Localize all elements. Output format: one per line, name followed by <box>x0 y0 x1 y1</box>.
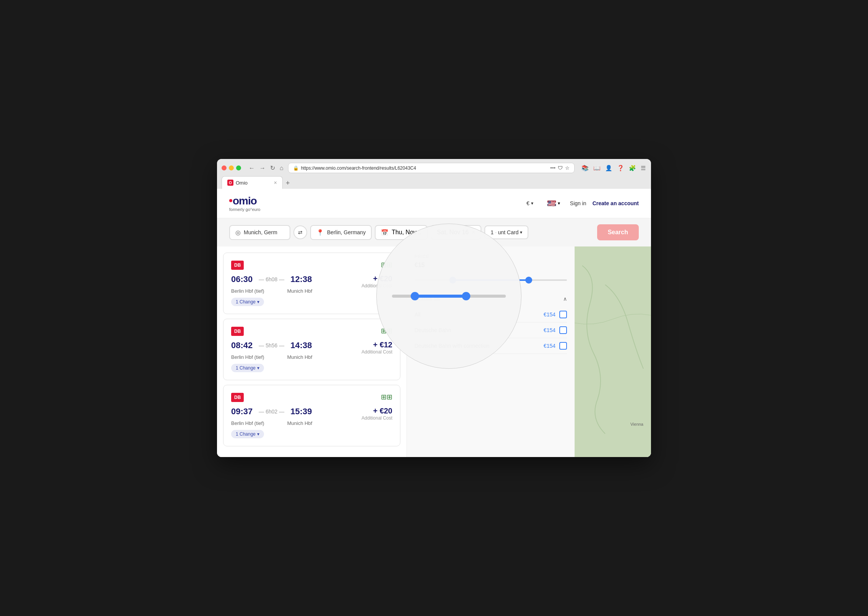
train-price: €154 <box>544 343 555 349</box>
menu-button[interactable]: ☰ <box>640 164 646 172</box>
destination-icon: 📍 <box>316 229 324 236</box>
help-button[interactable]: ❓ <box>616 164 625 172</box>
slider-thumb-right[interactable] <box>525 277 532 284</box>
reader-button[interactable]: 📖 <box>593 164 601 172</box>
bookmarks-button[interactable]: 📚 <box>581 164 589 172</box>
route-info: 06:30 — 6h08 — 12:38 <box>231 274 312 284</box>
active-tab[interactable]: O Omio × <box>222 176 283 189</box>
destination-field[interactable]: 📍 Berlin, Germany <box>310 225 372 240</box>
route-info: 08:42 — 5h56 — 14:38 <box>231 340 312 350</box>
depart-time: 09:37 <box>231 407 253 417</box>
arrive-time: 14:38 <box>290 340 312 350</box>
train-checkbox[interactable] <box>559 342 567 350</box>
train-option-right: €154 <box>544 326 567 334</box>
change-text: 1 Change <box>236 365 256 371</box>
filter-panel: PRICE €15 TRAINS ES <box>406 246 575 457</box>
change-chevron-icon: ▾ <box>257 431 259 437</box>
address-bar[interactable]: 🔒 https://www.omio.com/search-frontend/r… <box>288 163 575 173</box>
logo-text: omio <box>229 195 260 207</box>
map-svg <box>575 246 651 438</box>
result-card: DB ⊞⊞ 08:42 — 5h56 — 14:38 Berlin Hbf (t… <box>223 319 400 380</box>
minimize-traffic-light[interactable] <box>229 165 234 170</box>
train-price: €154 <box>544 311 555 318</box>
origin-text: Munich, Germ <box>244 229 277 235</box>
more-options-icon: ••• <box>550 165 555 171</box>
flag-icon: 🇺🇸 <box>547 200 556 206</box>
circle-thumb-left[interactable] <box>411 292 419 300</box>
currency-symbol: € <box>526 200 530 206</box>
train-checkbox[interactable] <box>559 326 567 334</box>
forward-button[interactable]: → <box>258 164 267 172</box>
tab-close-button[interactable]: × <box>274 180 277 186</box>
close-traffic-light[interactable] <box>222 165 227 170</box>
change-badge[interactable]: 1 Change ▾ <box>231 430 264 438</box>
home-button[interactable]: ⌂ <box>278 164 285 172</box>
route-info: 09:37 — 6h02 — 15:39 <box>231 407 312 417</box>
change-badge[interactable]: 1 Change ▾ <box>231 298 264 306</box>
back-button[interactable]: ← <box>247 164 256 172</box>
logo-area: omio formerly go°euro <box>229 195 260 212</box>
url-text: https://www.omio.com/search-frontend/res… <box>301 165 548 171</box>
currency-button[interactable]: € ▾ <box>523 198 537 209</box>
train-checkbox[interactable] <box>559 311 567 318</box>
maximize-traffic-light[interactable] <box>236 165 241 170</box>
duration: — 5h56 — <box>259 342 284 349</box>
origin-field[interactable]: ◎ Munich, Germ <box>229 225 290 240</box>
circle-thumb-right[interactable] <box>462 292 470 300</box>
price-col: + €20 Additional Cost <box>361 407 392 421</box>
db-logo: DB <box>231 393 244 402</box>
qr-icon: ⊞⊞ <box>381 393 392 401</box>
collapse-button[interactable]: ∧ <box>563 296 567 302</box>
change-badge[interactable]: 1 Change ▾ <box>231 364 264 372</box>
duration: — 6h02 — <box>259 409 284 415</box>
train-option-right: €154 <box>544 342 567 350</box>
svg-rect-0 <box>575 246 651 438</box>
browser-chrome: ← → ↻ ⌂ 🔒 https://www.omio.com/search-fr… <box>217 159 651 189</box>
new-tab-button[interactable]: + <box>283 178 293 189</box>
db-logo: DB <box>231 327 244 336</box>
change-chevron-icon: ▾ <box>257 299 259 305</box>
account-button[interactable]: 👤 <box>604 164 613 172</box>
result-card-header: DB ⊞⊞ <box>231 393 392 402</box>
duration: — 6h08 — <box>259 276 284 282</box>
route-details: 06:30 — 6h08 — 12:38 Berlin Hbf (tief) M… <box>231 274 312 306</box>
browser-tabs: O Omio × + <box>222 176 646 189</box>
app-content: omio formerly go°euro € ▾ 🇺🇸 ▾ Sign in C… <box>217 189 651 457</box>
map-city-label: Vienna <box>630 422 643 426</box>
result-card-header: DB ⊞⊞ <box>231 261 392 270</box>
circle-overlay <box>376 224 521 369</box>
circle-slider-fill <box>415 295 466 298</box>
language-button[interactable]: 🇺🇸 ▾ <box>543 198 564 209</box>
sign-in-button[interactable]: Sign in <box>570 200 586 206</box>
lock-icon: 🔒 <box>293 165 299 171</box>
db-logo: DB <box>231 261 244 270</box>
tab-favicon: O <box>227 180 233 186</box>
browser-actions: 📚 📖 👤 ❓ 🧩 ☰ <box>581 164 646 172</box>
circle-slider-track[interactable] <box>392 295 506 298</box>
change-chevron-icon: ▾ <box>257 365 259 371</box>
main-content: DB ⊞⊞ 06:30 — 6h08 — 12:38 Berlin Hbf (t… <box>217 246 651 457</box>
depart-time: 06:30 <box>231 274 253 284</box>
result-card: DB ⊞⊞ 06:30 — 6h08 — 12:38 Berlin Hbf (t… <box>223 253 400 314</box>
nav-buttons: ← → ↻ ⌂ <box>247 164 285 172</box>
refresh-button[interactable]: ↻ <box>269 164 277 172</box>
arrive-time: 12:38 <box>290 274 312 284</box>
route-details: 09:37 — 6h02 — 15:39 Berlin Hbf (tief) M… <box>231 407 312 438</box>
depart-time: 08:42 <box>231 340 253 350</box>
extensions-button[interactable]: 🧩 <box>628 164 637 172</box>
dest-station: Munich Hbf <box>287 288 313 294</box>
circle-slider-area <box>377 224 521 368</box>
dest-station: Munich Hbf <box>287 354 313 360</box>
swap-button[interactable]: ⇄ <box>293 225 307 239</box>
change-text: 1 Change <box>236 431 256 437</box>
create-account-button[interactable]: Create an account <box>593 200 639 206</box>
shield-icon: 🛡 <box>558 165 563 171</box>
search-button[interactable]: Search <box>597 224 639 240</box>
header-actions: € ▾ 🇺🇸 ▾ Sign in Create an account <box>523 198 639 209</box>
result-card-header: DB ⊞⊞ <box>231 327 392 336</box>
destination-text: Berlin, Germany <box>327 229 366 235</box>
logo-dot <box>229 199 232 202</box>
arrive-time: 15:39 <box>290 407 312 417</box>
browser-window: ← → ↻ ⌂ 🔒 https://www.omio.com/search-fr… <box>217 159 651 457</box>
logo-subtitle: formerly go°euro <box>229 207 260 212</box>
